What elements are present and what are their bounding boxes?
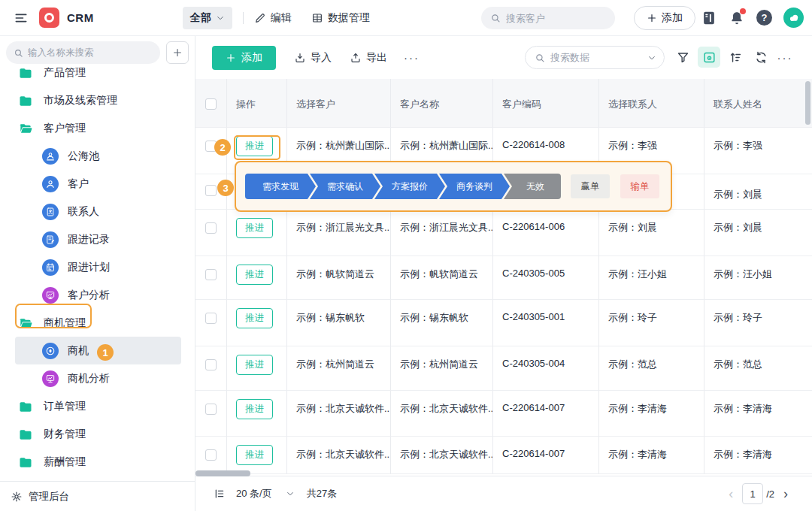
chevron-down-icon[interactable]	[286, 489, 295, 498]
stage-quotation[interactable]: 方案报价	[374, 174, 445, 199]
folder-open-icon	[18, 121, 33, 136]
folder-icon	[18, 427, 33, 442]
sort-levels-icon[interactable]	[726, 48, 744, 66]
toolbar-more-icon[interactable]: ···	[776, 48, 794, 66]
table-header-row: 操作 选择客户 客户名称 客户编码 选择联系人 联系人姓名	[195, 79, 812, 128]
column-header-action: 操作	[227, 79, 287, 128]
data-search-box[interactable]	[525, 46, 665, 69]
view-settings-icon[interactable]	[698, 47, 720, 68]
more-actions-button[interactable]: ···	[404, 51, 420, 64]
row-checkbox[interactable]	[205, 269, 217, 280]
sidebar-item-order-manage[interactable]: 订单管理	[15, 392, 181, 420]
sidebar-item-customer-analysis[interactable]: 客户分析	[15, 281, 181, 309]
chart-monitor-icon	[42, 370, 59, 387]
data-manage-button[interactable]: 数据管理	[311, 11, 370, 25]
export-icon	[350, 52, 362, 64]
data-table: 操作 选择客户 客户名称 客户编码 选择联系人 联系人姓名 推进 示例：杭州萧山…	[195, 79, 812, 476]
plus-icon	[226, 53, 236, 63]
chart-monitor-icon	[42, 287, 59, 304]
table-grid-icon	[311, 12, 323, 24]
sidebar-item-followup-record[interactable]: 跟进记录	[15, 225, 181, 253]
advance-button[interactable]: 推进	[236, 218, 273, 238]
per-page-selector[interactable]: 20 条/页	[236, 487, 272, 500]
sidebar-item-finance-manage[interactable]: 财务管理	[15, 420, 181, 448]
refresh-icon[interactable]	[752, 48, 770, 66]
customer-search-box[interactable]	[481, 7, 615, 29]
customer-search-input[interactable]	[506, 13, 606, 24]
lose-order-button[interactable]: 输单	[620, 174, 659, 198]
sidebar-item-customer[interactable]: 客户	[15, 170, 181, 198]
current-page-input[interactable]: 1	[742, 483, 763, 504]
sidebar-item-salary-manage[interactable]: 薪酬管理	[15, 448, 181, 476]
row-checkbox[interactable]	[205, 449, 217, 461]
sidebar-search-input[interactable]	[28, 47, 153, 58]
total-pages: /2	[766, 488, 774, 500]
select-all-checkbox[interactable]	[205, 98, 217, 110]
next-page-button[interactable]: ›	[777, 486, 794, 502]
advance-button[interactable]: 推进	[236, 445, 273, 465]
crm-logo-glyph	[44, 13, 54, 23]
advance-button[interactable]: 推进	[236, 399, 273, 419]
add-record-button[interactable]: 添加	[212, 46, 276, 70]
header-add-button[interactable]: 添加	[634, 6, 695, 30]
advance-button[interactable]: 推进	[236, 308, 273, 328]
row-checkbox[interactable]	[205, 404, 217, 415]
folder-open-icon	[18, 316, 33, 331]
avatar-cloud-icon	[786, 11, 801, 26]
view-all-dropdown[interactable]: 全部	[183, 7, 232, 29]
stage-demand-discovery[interactable]: 需求发现	[245, 174, 316, 199]
filter-funnel-icon[interactable]	[674, 48, 692, 66]
pencil-icon	[254, 12, 266, 24]
advance-button[interactable]: 推进	[236, 265, 273, 285]
sidebar-item-opportunity-analysis[interactable]: 商机分析	[15, 364, 181, 392]
table-toolbar: 添加 导入 导出 ··· ···	[195, 36, 812, 79]
folder-icon	[18, 399, 33, 414]
user-avatar[interactable]	[783, 8, 804, 28]
row-density-icon[interactable]	[214, 488, 226, 500]
advance-button[interactable]: 推进	[236, 355, 273, 375]
help-icon[interactable]: ?	[756, 10, 772, 26]
stage-demand-confirm[interactable]: 需求确认	[310, 174, 380, 199]
stage-invalid[interactable]: 无效	[504, 174, 561, 199]
gear-icon	[11, 491, 23, 503]
row-checkbox[interactable]	[205, 313, 217, 324]
folder-icon	[18, 455, 33, 470]
vertical-scrollbar[interactable]	[805, 81, 810, 125]
annotation-badge-1: 1	[97, 344, 114, 361]
column-header-customer-name: 客户名称	[391, 79, 493, 128]
hamburger-menu-icon[interactable]	[14, 11, 29, 26]
edit-button[interactable]: 编辑	[254, 11, 292, 25]
notification-dot	[740, 8, 746, 14]
plus-icon	[647, 13, 657, 23]
table-row: 推进 示例：杭州简道云 示例：杭州简道云 C-240305-004 示例：范总 …	[195, 346, 812, 391]
import-button[interactable]: 导入	[294, 51, 332, 65]
advance-button[interactable]: 推进	[236, 136, 273, 156]
person-icon	[42, 176, 59, 192]
top-header: CRM 全部 编辑 数据管理 添加 ?	[0, 0, 812, 36]
sidebar-item-market-leads-manage[interactable]: 市场及线索管理	[15, 86, 181, 114]
table-row: 推进 示例：帆软简道云 示例：帆软简道云 C-240305-005 示例：汪小姐…	[195, 256, 812, 300]
import-icon	[294, 52, 306, 64]
win-order-button[interactable]: 赢单	[571, 174, 610, 198]
sidebar: 产品管理 市场及线索管理 客户管理 公海池 客户 联系人 跟进记录 跟进计划 客…	[0, 36, 195, 511]
address-book-icon[interactable]	[701, 10, 717, 26]
horizontal-scrollbar[interactable]	[195, 470, 250, 476]
export-button[interactable]: 导出	[350, 51, 387, 65]
notification-bell-icon[interactable]	[729, 10, 745, 26]
row-checkbox[interactable]	[205, 359, 217, 370]
prev-page-button[interactable]: ‹	[723, 486, 739, 502]
target-icon	[42, 343, 59, 359]
sidebar-item-public-pool[interactable]: 公海池	[15, 142, 181, 170]
sidebar-item-contact[interactable]: 联系人	[15, 198, 181, 225]
row-checkbox[interactable]	[205, 222, 217, 234]
admin-console-button[interactable]: 管理后台	[0, 481, 195, 511]
sidebar-item-customer-manage[interactable]: 客户管理	[15, 114, 181, 142]
sidebar-item-product-manage[interactable]: 产品管理	[15, 59, 181, 86]
stage-negotiation[interactable]: 商务谈判	[439, 174, 510, 199]
row-checkbox[interactable]	[205, 185, 217, 196]
table-row: 推进 示例：锡东帆软 示例：锡东帆软 C-240305-001 示例：玲子 示例…	[195, 300, 812, 346]
data-search-input[interactable]	[550, 52, 642, 63]
sidebar-item-followup-plan[interactable]: 跟进计划	[15, 253, 181, 281]
total-count: 共27条	[307, 487, 337, 500]
sidebar-item-opportunity-manage[interactable]: 商机管理	[15, 309, 181, 337]
